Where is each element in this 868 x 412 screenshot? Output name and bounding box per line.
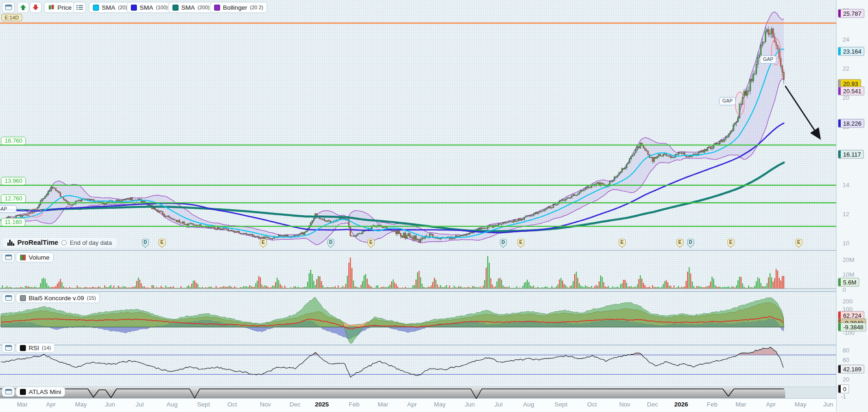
sma200-period: (200) bbox=[197, 5, 209, 10]
atlas-indicator-button[interactable]: ATLAS Mini bbox=[16, 387, 65, 397]
time-axis-label[interactable]: Apr bbox=[407, 401, 417, 408]
event-marker-d[interactable]: D bbox=[500, 239, 507, 246]
event-marker-e[interactable]: E bbox=[795, 239, 802, 246]
time-axis-label[interactable]: May bbox=[434, 401, 446, 408]
time-axis-label[interactable]: 2025 bbox=[315, 401, 329, 408]
level-line-label[interactable]: 12.760 bbox=[1, 194, 26, 203]
label-value: 42.189 bbox=[841, 365, 864, 373]
time-axis-label[interactable]: Dec bbox=[289, 401, 301, 408]
chart-plot-area[interactable] bbox=[0, 0, 868, 412]
rsi-color-swatch bbox=[20, 345, 26, 351]
sma20-period: (20) bbox=[118, 5, 127, 10]
time-axis-label[interactable]: May bbox=[794, 401, 806, 408]
data-mode-radio[interactable] bbox=[62, 240, 67, 245]
price-label-sma20: 23.164 bbox=[838, 47, 864, 56]
rsi-axis-tick: 80 bbox=[843, 347, 849, 354]
scroll-up-button[interactable] bbox=[17, 2, 29, 13]
label-value: 0 bbox=[841, 385, 849, 393]
event-marker-e[interactable]: E bbox=[619, 239, 626, 246]
rsi-window-button[interactable] bbox=[2, 343, 15, 353]
rsi-period: (14) bbox=[42, 345, 51, 351]
window-icon bbox=[5, 345, 12, 351]
sma100-button[interactable]: SMA (100) bbox=[127, 2, 172, 13]
sma20-button[interactable]: SMA (20) bbox=[89, 2, 131, 13]
price-label-bollinger-upper: 25.787 bbox=[838, 9, 864, 18]
time-axis-label[interactable]: Sept bbox=[554, 401, 567, 408]
timeframe-tag[interactable]: E:14D bbox=[1, 14, 22, 21]
sma200-label: SMA bbox=[181, 4, 195, 11]
volume-window-button[interactable] bbox=[2, 252, 15, 262]
time-axis-label[interactable]: Jun bbox=[105, 401, 115, 408]
level-line-label[interactable]: 11.160 bbox=[1, 218, 25, 226]
bollinger-label: Bollinger bbox=[223, 4, 247, 11]
window-menu-button[interactable] bbox=[2, 2, 15, 13]
prorealtime-app: Price SMA (20) SMA (100) SMA (200) Bolli… bbox=[0, 0, 868, 412]
event-marker-d[interactable]: D bbox=[142, 239, 149, 246]
event-marker-e[interactable]: E bbox=[159, 239, 166, 246]
koncorde-window-button[interactable] bbox=[2, 293, 15, 303]
volume-icon bbox=[20, 254, 26, 261]
rsi-indicator-button[interactable]: RSI (14) bbox=[16, 343, 55, 353]
time-axis-label[interactable]: Mar bbox=[17, 401, 27, 408]
event-marker-e[interactable]: E bbox=[368, 239, 375, 246]
event-marker-d[interactable]: D bbox=[687, 239, 694, 246]
time-axis-label[interactable]: Jul bbox=[135, 401, 143, 408]
time-axis-label[interactable]: Aug bbox=[523, 401, 534, 408]
level-line-label[interactable]: 16.760 bbox=[1, 137, 26, 145]
time-axis-label[interactable]: Jun bbox=[465, 401, 475, 408]
price-axis-tick: 14 bbox=[843, 182, 849, 188]
atlas-value-label: 0 bbox=[838, 385, 849, 394]
time-axis-label[interactable]: Nov bbox=[260, 401, 271, 408]
time-axis-label[interactable]: Apr bbox=[766, 401, 776, 408]
rsi-indicator-label: RSI bbox=[29, 345, 39, 351]
atlas-indicator-label: ATLAS Mini bbox=[29, 388, 61, 395]
event-marker-d[interactable]: D bbox=[327, 239, 334, 246]
time-axis-label[interactable]: Oct bbox=[587, 401, 597, 408]
down-arrow-icon bbox=[33, 5, 39, 10]
label-value: 16.117 bbox=[841, 151, 863, 158]
list-icon bbox=[76, 4, 83, 11]
price-button-label: Price bbox=[57, 4, 72, 11]
time-axis-label[interactable]: Feb bbox=[349, 401, 359, 408]
time-axis-label[interactable]: Sept bbox=[197, 401, 210, 408]
atlas-window-button[interactable] bbox=[2, 387, 15, 397]
time-axis-label[interactable]: Feb bbox=[707, 401, 717, 408]
price-button[interactable]: Price bbox=[44, 2, 76, 13]
gap-annotation[interactable]: GAP bbox=[0, 205, 17, 213]
gap-annotation[interactable]: GAP bbox=[760, 55, 776, 64]
gap-annotation[interactable]: GAP bbox=[719, 97, 736, 105]
time-axis-label[interactable]: Dec bbox=[647, 401, 658, 408]
level-line-label[interactable]: 13.960 bbox=[1, 177, 26, 185]
time-axis-label[interactable]: Mar bbox=[735, 401, 746, 408]
time-axis-label[interactable]: Mar bbox=[377, 401, 388, 408]
price-axis-tick: 24 bbox=[843, 36, 849, 43]
scroll-down-button[interactable] bbox=[30, 2, 42, 13]
event-marker-letter: E bbox=[519, 240, 523, 245]
event-marker-e[interactable]: E bbox=[260, 239, 267, 246]
label-value: 23.164 bbox=[841, 48, 864, 55]
time-axis-label[interactable]: Nov bbox=[619, 401, 630, 408]
brand-name[interactable]: ProRealTime bbox=[18, 239, 58, 246]
sma200-button[interactable]: SMA (200) bbox=[168, 2, 214, 13]
sma100-label: SMA bbox=[140, 4, 153, 11]
sma200-color-swatch bbox=[172, 5, 179, 11]
up-arrow-icon bbox=[20, 5, 26, 10]
volume-indicator-button[interactable]: Volume bbox=[16, 252, 54, 262]
event-marker-e[interactable]: E bbox=[517, 239, 524, 246]
indicator-list-button[interactable] bbox=[73, 2, 86, 13]
time-axis-label[interactable]: May bbox=[75, 401, 87, 408]
sma100-color-swatch bbox=[131, 5, 137, 11]
bollinger-button[interactable]: Bollinger (20 2) bbox=[210, 2, 267, 13]
time-axis-label[interactable]: Apr bbox=[46, 401, 55, 408]
event-marker-letter: E bbox=[621, 240, 624, 245]
time-axis-label[interactable]: 2026 bbox=[674, 401, 688, 408]
event-marker-e[interactable]: E bbox=[677, 239, 683, 246]
time-axis-label[interactable]: Aug bbox=[166, 401, 178, 408]
time-axis-label[interactable]: Jun bbox=[823, 401, 833, 408]
koncorde-indicator-button[interactable]: Blai5 Koncorde v.09 (15) bbox=[16, 293, 100, 303]
time-axis-label[interactable]: Oct bbox=[227, 401, 237, 408]
label-value: 5.6M bbox=[841, 279, 859, 286]
event-marker-e[interactable]: E bbox=[727, 239, 734, 246]
time-axis-label[interactable]: Jul bbox=[494, 401, 502, 408]
sma20-color-swatch bbox=[93, 5, 99, 11]
